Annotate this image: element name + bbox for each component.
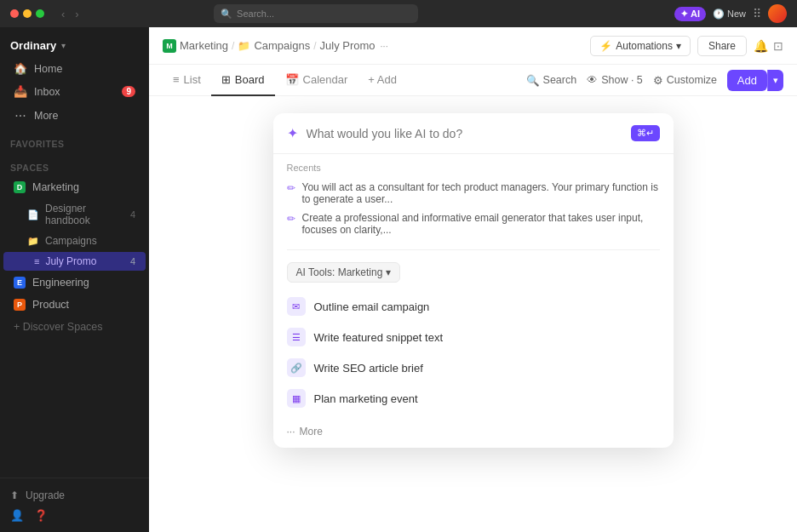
inbox-icon: 📥 [14,85,27,98]
ai-sparkle-icon: ✦ [287,125,298,141]
sidebar-item-inbox-label: Inbox [34,86,60,98]
sidebar-item-engineering[interactable]: E Engineering [3,272,146,293]
user-avatar[interactable] [768,4,787,23]
ai-tools-label: AI Tools: Marketing [296,266,383,278]
ai-icon: ✦ [680,9,688,20]
engineering-label: Engineering [32,277,89,289]
ai-tools-filter[interactable]: AI Tools: Marketing ▾ [287,262,401,283]
sidebar-item-campaigns[interactable]: 📁 Campaigns [3,232,146,250]
sidebar-item-july-promo[interactable]: ≡ July Promo 4 [3,252,146,271]
sidebar-item-product[interactable]: P Product [3,295,146,315]
breadcrumb-july-promo-label: July Promo [320,39,376,52]
sidebar-footer: ⬆ Upgrade 👤 ❓ [0,478,149,525]
customize-control[interactable]: ⚙ Customize [653,74,717,87]
breadcrumb-campaigns[interactable]: 📁 Campaigns [238,39,310,52]
tab-board[interactable]: ⊞ Board [211,65,275,96]
discover-spaces-item[interactable]: + Discover Spaces [3,317,146,337]
window-controls [10,9,44,18]
doc-icon: 📄 [27,209,39,220]
customize-label: Customize [667,74,717,86]
designer-handbook-count: 4 [130,209,135,220]
calendar-tab-label: Calendar [303,73,348,86]
inbox-badge: 9 [122,86,135,97]
recent-text-1: You will act as a consultant for tech pr… [302,181,660,205]
topbar-right: ⚡ Automations ▾ Share 🔔 ⊡ [590,36,783,56]
product-color-dot: P [14,299,26,311]
ai-action-seo-article[interactable]: 🔗 Write SEO article brief [287,352,660,383]
user-icon[interactable]: 👤 [10,509,24,522]
automations-button[interactable]: ⚡ Automations ▾ [590,36,691,56]
snippet-icon: ☰ [287,328,306,346]
upgrade-icon: ⬆ [10,489,19,501]
grid-icon[interactable]: ⠿ [753,7,761,20]
forward-button[interactable]: › [72,6,82,22]
email-icon: ✉ [287,297,306,316]
breadcrumb-july-promo[interactable]: July Promo [320,39,376,52]
breadcrumb-more-icon[interactable]: ··· [381,41,388,51]
folder-icon: 📁 [27,236,39,247]
ai-divider-1 [287,249,660,250]
content-topbar: M Marketing / 📁 Campaigns / July Promo ·… [149,27,797,65]
ai-action-outline-email[interactable]: ✉ Outline email campaign [287,291,660,322]
breadcrumb-marketing[interactable]: M Marketing [163,39,228,53]
more-label: More [300,426,323,438]
breadcrumb-sep-2: / [313,40,316,52]
ai-badge[interactable]: ✦ AI [674,7,706,21]
global-search[interactable]: 🔍 Search... [214,4,418,23]
breadcrumb-campaigns-label: Campaigns [254,39,310,52]
favorites-label: Favorites [0,129,149,152]
ai-action-plan-event[interactable]: ▦ Plan marketing event [287,383,660,414]
ai-action-featured-snippet[interactable]: ☰ Write featured snippet text [287,322,660,352]
ai-input[interactable] [307,127,622,140]
board-tab-icon: ⊞ [221,73,231,86]
content-area: M Marketing / 📁 Campaigns / July Promo ·… [149,27,797,532]
sidebar-item-marketing[interactable]: D Marketing [3,177,146,197]
ai-modal: ✦ ⌘↵ Recents ✏ You will act as a consult… [273,113,674,448]
board-tab-label: Board [235,73,265,86]
search-control[interactable]: 🔍 Search [526,74,577,87]
link-icon: 🔗 [287,358,306,377]
bell-icon[interactable]: 🔔 [754,39,768,53]
featured-snippet-label: Write featured snippet text [314,331,444,344]
marketing-breadcrumb-icon: M [163,39,176,53]
tab-calendar[interactable]: 📅 Calendar [275,65,358,96]
help-icon[interactable]: ❓ [34,509,48,522]
list-tab-icon: ≡ [173,73,180,86]
show-control[interactable]: 👁 Show · 5 [587,74,643,86]
add-dropdown-button[interactable]: ▾ [767,70,783,91]
workspace-header[interactable]: Ordinary ▾ [0,34,149,57]
spaces-label: Spaces [0,152,149,176]
minimize-dot[interactable] [23,9,32,18]
ai-more-row[interactable]: ··· More [273,420,674,448]
ai-input-row: ✦ ⌘↵ [273,113,674,154]
recent-text-2: Create a professional and informative em… [302,212,660,236]
tab-add[interactable]: + Add [358,65,407,96]
view-tabs: ≡ List ⊞ Board 📅 Calendar + Add 🔍 Search [149,65,797,96]
maximize-dot[interactable] [36,9,44,18]
main-layout: Ordinary ▾ 🏠 Home 📥 Inbox 9 ··· More Fav… [0,27,797,532]
add-tab-label: + Add [368,73,397,86]
ai-recent-item-1[interactable]: ✏ You will act as a consultant for tech … [287,178,660,209]
sidebar-item-more[interactable]: ··· More [3,104,146,128]
close-dot[interactable] [10,9,19,18]
tab-list[interactable]: ≡ List [163,65,211,96]
more-icon: ··· [14,108,27,123]
layout-icon[interactable]: ⊡ [773,39,783,53]
ai-tools-chevron-icon: ▾ [386,266,391,278]
add-button[interactable]: Add [727,70,767,91]
back-button[interactable]: ‹ [58,6,68,22]
upgrade-item[interactable]: ⬆ Upgrade [0,485,149,506]
chevron-down-icon: ▾ [61,41,66,50]
engineering-color-dot: E [14,277,26,289]
ai-recent-item-2[interactable]: ✏ Create a professional and informative … [287,209,660,239]
sidebar-item-inbox[interactable]: 📥 Inbox 9 [3,81,146,102]
sidebar-item-home[interactable]: 🏠 Home [3,58,146,79]
share-button[interactable]: Share [697,36,747,56]
sidebar: Ordinary ▾ 🏠 Home 📥 Inbox 9 ··· More Fav… [0,27,149,532]
ellipsis-icon: ··· [287,426,295,438]
sidebar-item-designer-handbook[interactable]: 📄 Designer handbook 4 [3,199,146,230]
new-button[interactable]: 🕐 New [713,9,746,20]
titlebar: ‹ › 🔍 Search... ✦ AI 🕐 New ⠿ [0,0,797,27]
automations-label: Automations [616,40,673,52]
upgrade-label: Upgrade [26,489,65,501]
